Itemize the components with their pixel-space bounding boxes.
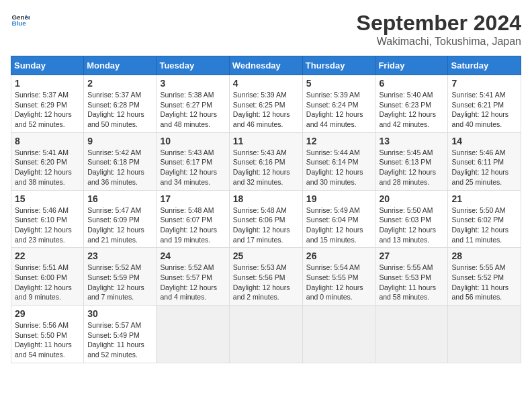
col-header-saturday: Saturday [448,56,521,75]
day-details: Sunrise: 5:43 AM Sunset: 6:17 PM Dayligh… [160,148,225,187]
day-details: Sunrise: 5:46 AM Sunset: 6:10 PM Dayligh… [15,205,80,245]
day-details: Sunrise: 5:41 AM Sunset: 6:21 PM Dayligh… [451,90,517,130]
day-details: Sunrise: 5:52 AM Sunset: 5:59 PM Dayligh… [87,263,152,302]
day-number: 22 [15,250,80,261]
day-number: 12 [306,136,372,146]
calendar-cell: 21Sunrise: 5:50 AM Sunset: 6:02 PM Dayli… [448,190,521,248]
calendar-week-row: 1Sunrise: 5:37 AM Sunset: 6:29 PM Daylig… [11,75,521,133]
day-number: 19 [306,193,372,204]
day-number: 17 [160,193,225,204]
day-details: Sunrise: 5:56 AM Sunset: 5:50 PM Dayligh… [15,320,80,360]
day-details: Sunrise: 5:46 AM Sunset: 6:11 PM Dayligh… [451,148,517,187]
calendar-week-row: 8Sunrise: 5:41 AM Sunset: 6:20 PM Daylig… [11,132,521,190]
calendar-cell: 6Sunrise: 5:40 AM Sunset: 6:23 PM Daylig… [375,75,448,133]
calendar-cell: 1Sunrise: 5:37 AM Sunset: 6:29 PM Daylig… [11,75,84,133]
calendar-cell: 20Sunrise: 5:50 AM Sunset: 6:03 PM Dayli… [375,190,448,248]
day-number: 1 [15,78,80,89]
day-details: Sunrise: 5:49 AM Sunset: 6:04 PM Dayligh… [306,205,372,245]
calendar-cell: 29Sunrise: 5:56 AM Sunset: 5:50 PM Dayli… [11,306,84,363]
calendar-cell: 28Sunrise: 5:55 AM Sunset: 5:52 PM Dayli… [448,248,521,306]
day-details: Sunrise: 5:40 AM Sunset: 6:23 PM Dayligh… [379,90,444,130]
calendar-cell: 5Sunrise: 5:39 AM Sunset: 6:24 PM Daylig… [302,75,375,133]
day-number: 20 [379,193,444,204]
calendar-cell [157,306,229,363]
calendar-cell: 23Sunrise: 5:52 AM Sunset: 5:59 PM Dayli… [84,248,157,306]
day-details: Sunrise: 5:43 AM Sunset: 6:16 PM Dayligh… [233,148,299,187]
calendar-cell: 12Sunrise: 5:44 AM Sunset: 6:14 PM Dayli… [302,132,375,190]
calendar-cell: 2Sunrise: 5:37 AM Sunset: 6:28 PM Daylig… [84,75,157,133]
calendar-cell: 9Sunrise: 5:42 AM Sunset: 6:18 PM Daylig… [84,132,157,190]
day-number: 23 [87,250,152,261]
day-details: Sunrise: 5:39 AM Sunset: 6:24 PM Dayligh… [306,90,372,130]
day-number: 10 [160,136,225,146]
day-number: 2 [87,78,152,89]
day-details: Sunrise: 5:52 AM Sunset: 5:57 PM Dayligh… [160,263,225,302]
day-details: Sunrise: 5:50 AM Sunset: 6:03 PM Dayligh… [379,205,444,245]
calendar-cell: 26Sunrise: 5:54 AM Sunset: 5:55 PM Dayli… [302,248,375,306]
title-block: September 2024 Wakimachi, Tokushima, Jap… [357,11,521,48]
calendar-cell: 24Sunrise: 5:52 AM Sunset: 5:57 PM Dayli… [157,248,229,306]
day-number: 27 [379,250,444,261]
day-details: Sunrise: 5:44 AM Sunset: 6:14 PM Dayligh… [306,148,372,187]
calendar-cell: 8Sunrise: 5:41 AM Sunset: 6:20 PM Daylig… [11,132,84,190]
calendar-week-row: 22Sunrise: 5:51 AM Sunset: 6:00 PM Dayli… [11,248,521,306]
day-details: Sunrise: 5:37 AM Sunset: 6:28 PM Dayligh… [87,90,152,130]
logo: General Blue [11,11,30,30]
day-number: 18 [233,193,299,204]
day-number: 21 [451,193,517,204]
day-number: 3 [160,78,225,89]
calendar-cell: 4Sunrise: 5:39 AM Sunset: 6:25 PM Daylig… [229,75,302,133]
day-number: 24 [160,250,225,261]
day-details: Sunrise: 5:45 AM Sunset: 6:13 PM Dayligh… [379,148,444,187]
calendar-cell: 30Sunrise: 5:57 AM Sunset: 5:49 PM Dayli… [84,306,157,363]
day-number: 4 [233,78,299,89]
day-number: 30 [87,308,152,319]
day-number: 11 [233,136,299,146]
day-details: Sunrise: 5:55 AM Sunset: 5:53 PM Dayligh… [379,263,444,302]
day-number: 14 [451,136,517,146]
calendar-cell [302,306,375,363]
day-number: 15 [15,193,80,204]
day-number: 8 [15,136,80,146]
day-number: 28 [451,250,517,261]
col-header-thursday: Thursday [302,56,375,75]
day-number: 13 [379,136,444,146]
calendar-cell: 7Sunrise: 5:41 AM Sunset: 6:21 PM Daylig… [448,75,521,133]
day-number: 29 [15,308,80,319]
day-details: Sunrise: 5:42 AM Sunset: 6:18 PM Dayligh… [87,148,152,187]
day-details: Sunrise: 5:53 AM Sunset: 5:56 PM Dayligh… [233,263,299,302]
day-details: Sunrise: 5:38 AM Sunset: 6:27 PM Dayligh… [160,90,225,130]
calendar-header-row: SundayMondayTuesdayWednesdayThursdayFrid… [11,56,521,75]
day-number: 5 [306,78,372,89]
day-details: Sunrise: 5:39 AM Sunset: 6:25 PM Dayligh… [233,90,299,130]
day-number: 7 [451,78,517,89]
calendar-cell: 11Sunrise: 5:43 AM Sunset: 6:16 PM Dayli… [229,132,302,190]
day-details: Sunrise: 5:54 AM Sunset: 5:55 PM Dayligh… [306,263,372,302]
col-header-monday: Monday [84,56,157,75]
calendar-cell: 13Sunrise: 5:45 AM Sunset: 6:13 PM Dayli… [375,132,448,190]
col-header-sunday: Sunday [11,56,84,75]
calendar-cell: 19Sunrise: 5:49 AM Sunset: 6:04 PM Dayli… [302,190,375,248]
calendar-week-row: 29Sunrise: 5:56 AM Sunset: 5:50 PM Dayli… [11,306,521,363]
calendar-cell: 15Sunrise: 5:46 AM Sunset: 6:10 PM Dayli… [11,190,84,248]
calendar-cell: 22Sunrise: 5:51 AM Sunset: 6:00 PM Dayli… [11,248,84,306]
day-details: Sunrise: 5:55 AM Sunset: 5:52 PM Dayligh… [451,263,517,302]
svg-text:Blue: Blue [11,19,26,27]
col-header-friday: Friday [375,56,448,75]
page-subtitle: Wakimachi, Tokushima, Japan [357,36,521,48]
day-details: Sunrise: 5:41 AM Sunset: 6:20 PM Dayligh… [15,148,80,187]
day-details: Sunrise: 5:57 AM Sunset: 5:49 PM Dayligh… [87,320,152,360]
calendar-cell: 10Sunrise: 5:43 AM Sunset: 6:17 PM Dayli… [157,132,229,190]
calendar-week-row: 15Sunrise: 5:46 AM Sunset: 6:10 PM Dayli… [11,190,521,248]
day-number: 16 [87,193,152,204]
day-number: 26 [306,250,372,261]
logo-icon: General Blue [11,11,30,30]
day-details: Sunrise: 5:48 AM Sunset: 6:07 PM Dayligh… [160,205,225,245]
calendar-table: SundayMondayTuesdayWednesdayThursdayFrid… [11,56,521,363]
day-details: Sunrise: 5:37 AM Sunset: 6:29 PM Dayligh… [15,90,80,130]
calendar-cell: 14Sunrise: 5:46 AM Sunset: 6:11 PM Dayli… [448,132,521,190]
calendar-cell: 18Sunrise: 5:48 AM Sunset: 6:06 PM Dayli… [229,190,302,248]
col-header-tuesday: Tuesday [157,56,229,75]
page-title: September 2024 [357,11,521,36]
calendar-cell [448,306,521,363]
